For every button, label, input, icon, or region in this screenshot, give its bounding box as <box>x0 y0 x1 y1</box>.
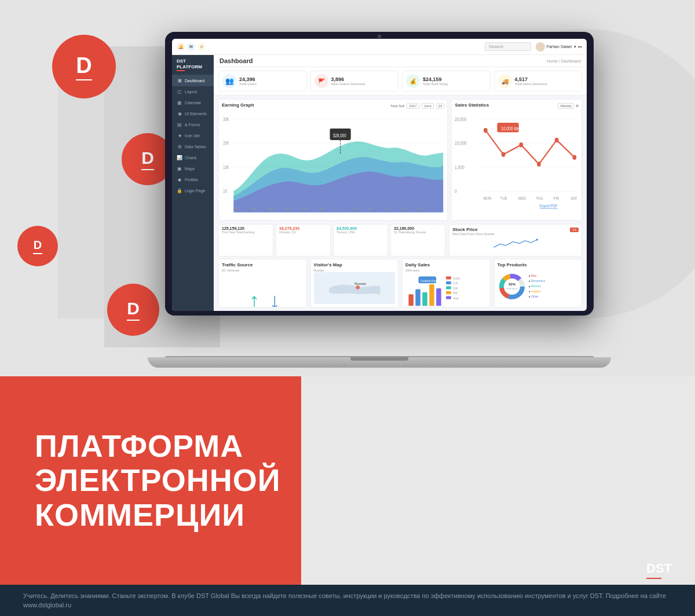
content-area: Dashboard Home / Dashboard 👥 24,396 Tota… <box>214 55 587 311</box>
sidebar-item-calendar[interactable]: ▦ Calendar <box>172 97 214 108</box>
stat-value-orders: 3,896 <box>331 76 365 82</box>
content-header: Dashboard Home / Dashboard <box>214 55 587 67</box>
visitors-title: Visitor's Map <box>314 262 396 267</box>
day-select[interactable]: 23 <box>436 103 445 109</box>
loc-card-tucson: $4,500,890 Tucson, USA <box>333 224 388 256</box>
stock-price-card: Stock Price 34 New Data From Extra Quart… <box>449 224 582 256</box>
dashboard-icon: ⊞ <box>177 78 182 83</box>
sidebar-item-dashboard[interactable]: ⊞ Dashboard <box>172 75 214 86</box>
dashboard-screen: 🔔 ✉ ☆ Search Farhan Salam ▾ ••• <box>172 39 587 311</box>
sidebar-item-charts[interactable]: 📊 Charts <box>172 152 214 163</box>
top-products-title: Top Products <box>498 262 579 267</box>
sidebar-label-tables: Data Tables <box>185 145 206 149</box>
stats-row: 👥 24,396 Total Users 🚩 3,896 <box>214 67 587 96</box>
svg-rect-53 <box>408 294 414 306</box>
bell-icon[interactable]: 🔔 <box>177 43 185 51</box>
svg-text:USA: USA <box>453 277 460 280</box>
donut-svg: 30% Total Items <box>498 272 526 301</box>
stat-card-orders: 🚩 3,896 New Orders Received <box>310 71 399 91</box>
more-icon[interactable]: ••• <box>578 45 582 49</box>
stock-price-badge: 34 <box>570 228 579 232</box>
dot-6 <box>573 155 577 160</box>
earning-title: Earning Graph <box>222 102 254 108</box>
sales-line <box>486 130 575 164</box>
year-select[interactable]: 2017 <box>407 103 419 109</box>
svg-text:1,000: 1,000 <box>455 164 464 170</box>
sales-settings-icon[interactable]: ⚙ <box>576 104 579 108</box>
loc-label-ontario: Ontario, CA <box>279 230 327 234</box>
sales-bars-svg: USA CA UK NZ Aus <box>407 274 486 307</box>
traffic-visual: ↑ ↓ <box>222 274 303 307</box>
svg-text:30%: 30% <box>508 283 515 286</box>
sidebar-item-maps[interactable]: ▣ Maps <box>172 163 214 174</box>
sidebar-label-forms: & Forms <box>185 123 200 127</box>
laptop-screen: 🔔 ✉ ☆ Search Farhan Salam ▾ ••• <box>165 32 594 316</box>
loc-value-russia: 32,180,000 <box>394 226 442 230</box>
ui-icon: ◉ <box>177 111 182 116</box>
traffic-svg: ↑ ↓ <box>222 274 303 307</box>
bottom-bar-text: Учитесь. Делитесь знаниями. Станьте эксп… <box>23 591 672 610</box>
svg-rect-57 <box>436 288 441 306</box>
sales-stats-card: Sales Statistics Weekly ⚙ <box>451 99 582 221</box>
topbar-icons: 🔔 ✉ ☆ <box>177 43 206 51</box>
sidebar-label-maps: Maps <box>185 167 195 171</box>
svg-text:JUL: JUL <box>334 206 339 211</box>
loc-value-total: 125,159,120 <box>222 226 270 230</box>
dot-4 <box>537 162 542 166</box>
svg-rect-49 <box>446 291 451 294</box>
svg-text:TUE: TUE <box>500 196 507 200</box>
sidebar-item-icons[interactable]: ★ Icon Set <box>172 130 214 141</box>
d-logo-3: D <box>17 226 58 266</box>
earning-graph-card: Earning Graph Total Sell 2017 June 23 <box>218 99 448 221</box>
icon-set-icon: ★ <box>177 133 182 138</box>
stat-label-delivered: Total Items Delivered <box>515 82 547 86</box>
loc-label-russia: St. Petersburg, Russia <box>394 230 442 234</box>
svg-text:WED: WED <box>518 196 526 200</box>
logo-underline <box>177 70 185 71</box>
svg-text:SEP: SEP <box>367 206 373 211</box>
login-icon: 🔒 <box>177 188 182 193</box>
sidebar-item-layout[interactable]: ◫ Layout <box>172 86 214 97</box>
sidebar-item-ui[interactable]: ◉ UI Elements <box>172 108 214 119</box>
user-menu-icon[interactable]: ▾ <box>574 45 576 49</box>
cta-line2: ЭЛЕКТРОННОЙ <box>35 463 281 497</box>
svg-text:JUN: JUN <box>319 206 324 211</box>
loc-value-ontario: 38,279,230 <box>279 226 327 230</box>
svg-text:CA: CA <box>453 281 458 285</box>
loc-card-ontario: 38,279,230 Ontario, CA <box>276 224 331 256</box>
svg-text:United Kingdom: United Kingdom <box>420 279 445 283</box>
svg-text:SAT: SAT <box>571 196 577 200</box>
grey-panel-2 <box>58 75 151 318</box>
search-input[interactable]: Search <box>485 42 531 51</box>
tooltip-value: $28,000 <box>333 133 346 139</box>
sidebar-item-profiles[interactable]: ◆ Profiles <box>172 174 214 185</box>
star-icon[interactable]: ☆ <box>197 43 206 51</box>
svg-text:MON: MON <box>484 196 492 200</box>
charts-row: Earning Graph Total Sell 2017 June 23 <box>214 96 587 224</box>
charts-icon: 📊 <box>177 155 182 160</box>
mail-icon[interactable]: ✉ <box>187 43 195 51</box>
month-select[interactable]: June <box>422 103 434 109</box>
sidebar: DST PLATFORM ⊞ Dashboard ◫ Layout <box>172 55 214 311</box>
profiles-icon: ◆ <box>177 177 182 182</box>
users-icon: 👥 <box>222 74 236 88</box>
loc-card-russia: 32,180,000 St. Petersburg, Russia <box>390 224 445 256</box>
svg-rect-51 <box>446 296 451 299</box>
svg-rect-47 <box>446 286 451 289</box>
svg-text:FEB: FEB <box>251 206 257 211</box>
dst-logo-bottom: DST <box>646 561 672 580</box>
laptop-base <box>148 357 611 368</box>
sidebar-label-charts: Charts <box>185 156 197 160</box>
svg-text:MAR: MAR <box>268 206 275 211</box>
delivery-icon: 🚚 <box>498 74 512 88</box>
sidebar-item-login[interactable]: 🔒 Login Page <box>172 185 214 196</box>
svg-text:MAY: MAY <box>302 206 308 211</box>
sidebar-logo: DST PLATFORM <box>172 55 214 75</box>
cta-heading: ПЛАТФОРМА ЭЛЕКТРОННОЙ КОММЕРЦИИ <box>35 429 266 532</box>
sidebar-item-forms[interactable]: ▤ & Forms <box>172 119 214 130</box>
sidebar-item-tables[interactable]: ⊞ Data Tables <box>172 141 214 152</box>
sales-period[interactable]: Weekly <box>558 103 574 109</box>
svg-text:Aus: Aus <box>453 296 459 300</box>
sidebar-label-login: Login Page <box>185 189 205 193</box>
loc-card-total: 125,159,120 This Year Total Earning <box>218 224 273 256</box>
